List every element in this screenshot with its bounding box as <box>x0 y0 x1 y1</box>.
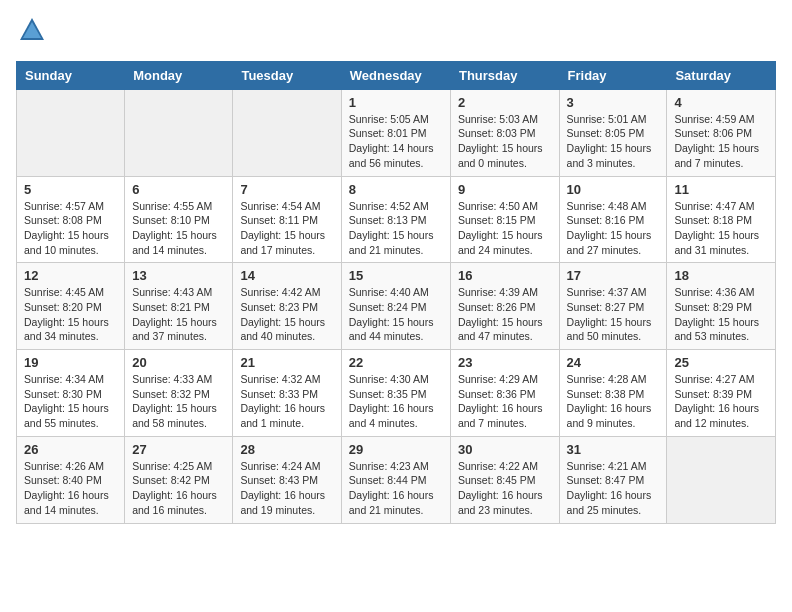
calendar-cell: 20Sunrise: 4:33 AM Sunset: 8:32 PM Dayli… <box>125 350 233 437</box>
calendar-cell: 8Sunrise: 4:52 AM Sunset: 8:13 PM Daylig… <box>341 176 450 263</box>
col-header-wednesday: Wednesday <box>341 61 450 89</box>
calendar-cell: 14Sunrise: 4:42 AM Sunset: 8:23 PM Dayli… <box>233 263 341 350</box>
day-number: 31 <box>567 442 660 457</box>
calendar-week-5: 26Sunrise: 4:26 AM Sunset: 8:40 PM Dayli… <box>17 436 776 523</box>
calendar-cell: 7Sunrise: 4:54 AM Sunset: 8:11 PM Daylig… <box>233 176 341 263</box>
day-number: 22 <box>349 355 443 370</box>
cell-content: Sunrise: 4:21 AM Sunset: 8:47 PM Dayligh… <box>567 459 660 518</box>
cell-content: Sunrise: 4:32 AM Sunset: 8:33 PM Dayligh… <box>240 372 333 431</box>
day-number: 30 <box>458 442 552 457</box>
day-number: 7 <box>240 182 333 197</box>
day-number: 10 <box>567 182 660 197</box>
cell-content: Sunrise: 5:01 AM Sunset: 8:05 PM Dayligh… <box>567 112 660 171</box>
day-number: 18 <box>674 268 768 283</box>
day-number: 12 <box>24 268 117 283</box>
cell-content: Sunrise: 4:55 AM Sunset: 8:10 PM Dayligh… <box>132 199 225 258</box>
calendar-cell: 23Sunrise: 4:29 AM Sunset: 8:36 PM Dayli… <box>450 350 559 437</box>
calendar-cell: 19Sunrise: 4:34 AM Sunset: 8:30 PM Dayli… <box>17 350 125 437</box>
col-header-friday: Friday <box>559 61 667 89</box>
col-header-sunday: Sunday <box>17 61 125 89</box>
logo-icon <box>18 16 46 44</box>
cell-content: Sunrise: 4:27 AM Sunset: 8:39 PM Dayligh… <box>674 372 768 431</box>
logo <box>16 16 46 49</box>
day-number: 1 <box>349 95 443 110</box>
calendar-week-2: 5Sunrise: 4:57 AM Sunset: 8:08 PM Daylig… <box>17 176 776 263</box>
calendar-cell: 5Sunrise: 4:57 AM Sunset: 8:08 PM Daylig… <box>17 176 125 263</box>
calendar-cell: 26Sunrise: 4:26 AM Sunset: 8:40 PM Dayli… <box>17 436 125 523</box>
day-number: 24 <box>567 355 660 370</box>
cell-content: Sunrise: 4:57 AM Sunset: 8:08 PM Dayligh… <box>24 199 117 258</box>
cell-content: Sunrise: 4:23 AM Sunset: 8:44 PM Dayligh… <box>349 459 443 518</box>
calendar-week-3: 12Sunrise: 4:45 AM Sunset: 8:20 PM Dayli… <box>17 263 776 350</box>
cell-content: Sunrise: 4:39 AM Sunset: 8:26 PM Dayligh… <box>458 285 552 344</box>
day-number: 29 <box>349 442 443 457</box>
cell-content: Sunrise: 4:28 AM Sunset: 8:38 PM Dayligh… <box>567 372 660 431</box>
day-number: 25 <box>674 355 768 370</box>
col-header-monday: Monday <box>125 61 233 89</box>
calendar-cell: 4Sunrise: 4:59 AM Sunset: 8:06 PM Daylig… <box>667 89 776 176</box>
cell-content: Sunrise: 4:52 AM Sunset: 8:13 PM Dayligh… <box>349 199 443 258</box>
day-number: 21 <box>240 355 333 370</box>
calendar-cell <box>667 436 776 523</box>
day-number: 16 <box>458 268 552 283</box>
calendar-cell: 27Sunrise: 4:25 AM Sunset: 8:42 PM Dayli… <box>125 436 233 523</box>
calendar-cell: 30Sunrise: 4:22 AM Sunset: 8:45 PM Dayli… <box>450 436 559 523</box>
day-number: 6 <box>132 182 225 197</box>
calendar-week-4: 19Sunrise: 4:34 AM Sunset: 8:30 PM Dayli… <box>17 350 776 437</box>
day-number: 27 <box>132 442 225 457</box>
calendar-cell: 11Sunrise: 4:47 AM Sunset: 8:18 PM Dayli… <box>667 176 776 263</box>
day-number: 28 <box>240 442 333 457</box>
cell-content: Sunrise: 4:24 AM Sunset: 8:43 PM Dayligh… <box>240 459 333 518</box>
cell-content: Sunrise: 4:59 AM Sunset: 8:06 PM Dayligh… <box>674 112 768 171</box>
day-number: 2 <box>458 95 552 110</box>
cell-content: Sunrise: 5:05 AM Sunset: 8:01 PM Dayligh… <box>349 112 443 171</box>
cell-content: Sunrise: 4:30 AM Sunset: 8:35 PM Dayligh… <box>349 372 443 431</box>
calendar-table: SundayMondayTuesdayWednesdayThursdayFrid… <box>16 61 776 524</box>
calendar-cell: 16Sunrise: 4:39 AM Sunset: 8:26 PM Dayli… <box>450 263 559 350</box>
calendar-cell <box>233 89 341 176</box>
cell-content: Sunrise: 4:40 AM Sunset: 8:24 PM Dayligh… <box>349 285 443 344</box>
col-header-thursday: Thursday <box>450 61 559 89</box>
calendar-cell: 13Sunrise: 4:43 AM Sunset: 8:21 PM Dayli… <box>125 263 233 350</box>
calendar-cell: 1Sunrise: 5:05 AM Sunset: 8:01 PM Daylig… <box>341 89 450 176</box>
calendar-cell: 22Sunrise: 4:30 AM Sunset: 8:35 PM Dayli… <box>341 350 450 437</box>
day-number: 5 <box>24 182 117 197</box>
calendar-cell: 9Sunrise: 4:50 AM Sunset: 8:15 PM Daylig… <box>450 176 559 263</box>
day-number: 26 <box>24 442 117 457</box>
calendar-week-1: 1Sunrise: 5:05 AM Sunset: 8:01 PM Daylig… <box>17 89 776 176</box>
cell-content: Sunrise: 4:54 AM Sunset: 8:11 PM Dayligh… <box>240 199 333 258</box>
day-number: 9 <box>458 182 552 197</box>
calendar-cell <box>17 89 125 176</box>
cell-content: Sunrise: 4:47 AM Sunset: 8:18 PM Dayligh… <box>674 199 768 258</box>
day-number: 8 <box>349 182 443 197</box>
day-number: 15 <box>349 268 443 283</box>
col-header-tuesday: Tuesday <box>233 61 341 89</box>
day-number: 23 <box>458 355 552 370</box>
calendar-cell: 15Sunrise: 4:40 AM Sunset: 8:24 PM Dayli… <box>341 263 450 350</box>
cell-content: Sunrise: 4:50 AM Sunset: 8:15 PM Dayligh… <box>458 199 552 258</box>
cell-content: Sunrise: 4:29 AM Sunset: 8:36 PM Dayligh… <box>458 372 552 431</box>
calendar-cell: 24Sunrise: 4:28 AM Sunset: 8:38 PM Dayli… <box>559 350 667 437</box>
cell-content: Sunrise: 4:26 AM Sunset: 8:40 PM Dayligh… <box>24 459 117 518</box>
calendar-cell: 17Sunrise: 4:37 AM Sunset: 8:27 PM Dayli… <box>559 263 667 350</box>
calendar-cell: 21Sunrise: 4:32 AM Sunset: 8:33 PM Dayli… <box>233 350 341 437</box>
cell-content: Sunrise: 4:43 AM Sunset: 8:21 PM Dayligh… <box>132 285 225 344</box>
day-number: 20 <box>132 355 225 370</box>
cell-content: Sunrise: 4:37 AM Sunset: 8:27 PM Dayligh… <box>567 285 660 344</box>
calendar-cell: 29Sunrise: 4:23 AM Sunset: 8:44 PM Dayli… <box>341 436 450 523</box>
cell-content: Sunrise: 4:34 AM Sunset: 8:30 PM Dayligh… <box>24 372 117 431</box>
calendar-cell: 3Sunrise: 5:01 AM Sunset: 8:05 PM Daylig… <box>559 89 667 176</box>
calendar-cell: 12Sunrise: 4:45 AM Sunset: 8:20 PM Dayli… <box>17 263 125 350</box>
cell-content: Sunrise: 4:22 AM Sunset: 8:45 PM Dayligh… <box>458 459 552 518</box>
cell-content: Sunrise: 4:45 AM Sunset: 8:20 PM Dayligh… <box>24 285 117 344</box>
day-number: 3 <box>567 95 660 110</box>
calendar-cell: 25Sunrise: 4:27 AM Sunset: 8:39 PM Dayli… <box>667 350 776 437</box>
cell-content: Sunrise: 5:03 AM Sunset: 8:03 PM Dayligh… <box>458 112 552 171</box>
calendar-cell: 28Sunrise: 4:24 AM Sunset: 8:43 PM Dayli… <box>233 436 341 523</box>
header <box>16 16 776 49</box>
cell-content: Sunrise: 4:25 AM Sunset: 8:42 PM Dayligh… <box>132 459 225 518</box>
calendar-cell: 10Sunrise: 4:48 AM Sunset: 8:16 PM Dayli… <box>559 176 667 263</box>
cell-content: Sunrise: 4:36 AM Sunset: 8:29 PM Dayligh… <box>674 285 768 344</box>
day-number: 17 <box>567 268 660 283</box>
cell-content: Sunrise: 4:48 AM Sunset: 8:16 PM Dayligh… <box>567 199 660 258</box>
